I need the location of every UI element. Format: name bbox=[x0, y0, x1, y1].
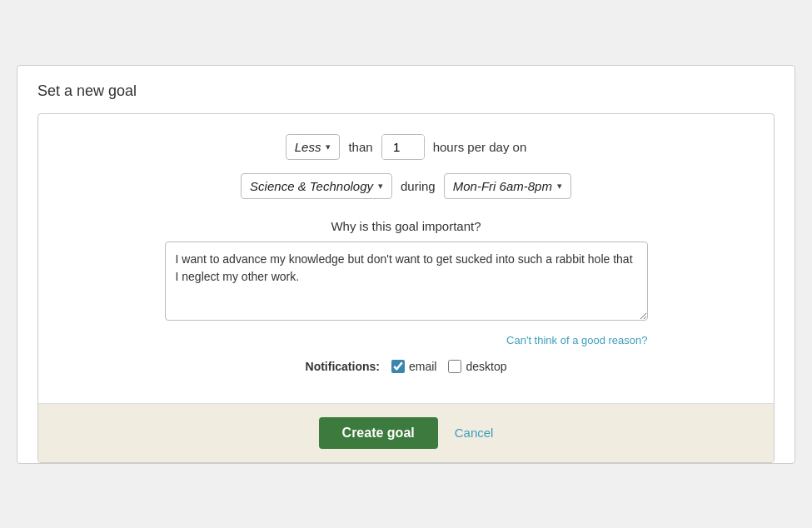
category-row: Science & Technology ▾ during Mon-Fri 6a… bbox=[55, 173, 757, 199]
page-title: Set a new goal bbox=[37, 82, 775, 100]
goal-reason-textarea[interactable]: I want to advance my knowledge but don't… bbox=[165, 242, 648, 321]
page-container: Set a new goal Less ▾ than hours per day… bbox=[17, 65, 795, 464]
notifications-label: Notifications: bbox=[306, 360, 380, 373]
during-text: during bbox=[401, 179, 436, 193]
email-checkbox[interactable] bbox=[391, 360, 405, 373]
less-label: Less bbox=[295, 140, 321, 154]
schedule-label: Mon-Fri 6am-8pm bbox=[453, 179, 552, 193]
cancel-button[interactable]: Cancel bbox=[455, 426, 494, 440]
less-dropdown[interactable]: Less ▾ bbox=[286, 134, 341, 160]
less-arrow-icon: ▾ bbox=[326, 142, 331, 152]
cant-think-link[interactable]: Can't think of a good reason? bbox=[165, 334, 648, 346]
email-checkbox-label[interactable]: email bbox=[391, 360, 436, 373]
desktop-checkbox[interactable] bbox=[448, 360, 461, 373]
goal-card: Less ▾ than hours per day on Science & T… bbox=[37, 113, 775, 463]
hours-unit-text: hours per day on bbox=[433, 140, 527, 154]
hours-input[interactable] bbox=[382, 135, 424, 159]
desktop-label: desktop bbox=[466, 360, 506, 373]
goal-form: Less ▾ than hours per day on Science & T… bbox=[55, 134, 757, 403]
than-text: than bbox=[348, 140, 372, 154]
hours-input-wrapper bbox=[381, 134, 425, 160]
create-goal-button[interactable]: Create goal bbox=[319, 417, 438, 449]
schedule-dropdown[interactable]: Mon-Fri 6am-8pm ▾ bbox=[444, 173, 571, 199]
desktop-checkbox-label[interactable]: desktop bbox=[448, 360, 506, 373]
constraint-row: Less ▾ than hours per day on bbox=[55, 134, 757, 160]
category-label: Science & Technology bbox=[250, 179, 373, 193]
textarea-label: Why is this goal important? bbox=[55, 219, 757, 233]
goal-reason-section: Why is this goal important? I want to ad… bbox=[55, 219, 757, 324]
email-label: email bbox=[409, 360, 436, 373]
footer-bar: Create goal Cancel bbox=[38, 403, 774, 462]
category-dropdown[interactable]: Science & Technology ▾ bbox=[241, 173, 392, 199]
notifications-row: Notifications: email desktop bbox=[55, 360, 757, 373]
schedule-arrow-icon: ▾ bbox=[557, 181, 562, 192]
category-arrow-icon: ▾ bbox=[378, 181, 383, 192]
